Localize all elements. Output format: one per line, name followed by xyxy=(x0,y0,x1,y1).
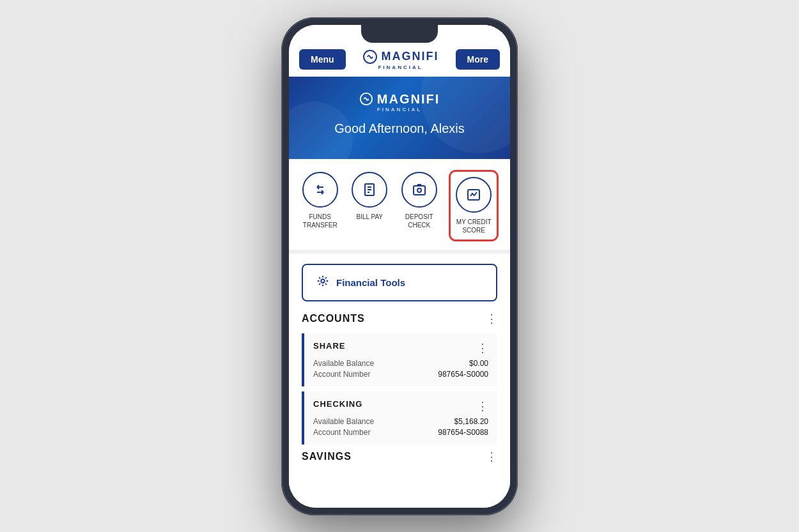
hero-logo-icon xyxy=(359,92,373,106)
savings-header: SAVINGS ⋮ xyxy=(302,450,497,464)
share-account-dots[interactable]: ⋮ xyxy=(477,341,488,355)
checking-account-dots[interactable]: ⋮ xyxy=(477,399,488,413)
accounts-menu-dots[interactable]: ⋮ xyxy=(486,312,497,326)
accounts-title: ACCOUNTS xyxy=(302,313,365,324)
checking-number-value: 987654-S0088 xyxy=(438,428,488,437)
account-card-share[interactable]: SHARE ⋮ Available Balance $0.00 Account … xyxy=(302,333,497,386)
menu-button[interactable]: Menu xyxy=(299,49,346,70)
share-balance-row: Available Balance $0.00 xyxy=(313,359,488,368)
checking-account-type: CHECKING xyxy=(313,399,362,409)
deposit-check-icon xyxy=(401,172,437,208)
more-button[interactable]: More xyxy=(456,49,500,70)
financial-tools-icon xyxy=(316,274,330,291)
share-number-row: Account Number 987654-S0000 xyxy=(313,370,488,379)
credit-score-label: MY CREDITSCORE xyxy=(456,218,492,234)
action-my-credit-score[interactable]: MY CREDITSCORE xyxy=(451,172,497,239)
scroll-content[interactable]: Financial Tools ACCOUNTS ⋮ SHARE ⋮ Av xyxy=(289,254,510,508)
funds-transfer-icon xyxy=(302,172,338,208)
phone-notch xyxy=(361,25,438,43)
checking-balance-value: $5,168.20 xyxy=(454,417,488,426)
action-deposit-check[interactable]: DEPOSITCHECK xyxy=(401,172,437,239)
checking-balance-row: Available Balance $5,168.20 xyxy=(313,417,488,426)
share-number-label: Account Number xyxy=(313,370,370,379)
phone-screen: Menu MAGNIFI FINANCIAL More xyxy=(289,25,510,508)
accounts-section: ACCOUNTS ⋮ SHARE ⋮ Available Balance $0.… xyxy=(289,312,510,445)
logo-icon xyxy=(362,49,378,65)
accounts-header: ACCOUNTS ⋮ xyxy=(302,312,497,326)
svg-rect-6 xyxy=(414,186,425,195)
credit-score-icon xyxy=(456,177,492,213)
share-number-value: 987654-S0000 xyxy=(438,370,488,379)
svg-point-7 xyxy=(417,188,421,192)
checking-number-label: Account Number xyxy=(313,428,370,437)
share-card-header: SHARE ⋮ xyxy=(313,341,488,355)
savings-section: SAVINGS ⋮ xyxy=(289,450,510,464)
bill-pay-label: BILL PAY xyxy=(356,213,383,221)
logo-sub: FINANCIAL xyxy=(378,65,423,70)
checking-card-header: CHECKING ⋮ xyxy=(313,399,488,413)
share-account-type: SHARE xyxy=(313,341,346,351)
checking-balance-label: Available Balance xyxy=(313,417,374,426)
account-card-checking[interactable]: CHECKING ⋮ Available Balance $5,168.20 A… xyxy=(302,391,497,445)
deposit-check-label: DEPOSITCHECK xyxy=(405,213,433,229)
logo-text: MAGNIFI xyxy=(382,50,439,63)
logo-area: MAGNIFI FINANCIAL xyxy=(362,49,439,70)
hero-banner: MAGNIFI FINANCIAL Good Afternoon, Alexis xyxy=(289,77,510,159)
share-balance-label: Available Balance xyxy=(313,359,374,368)
phone-frame: Menu MAGNIFI FINANCIAL More xyxy=(281,17,518,515)
quick-actions: FUNDSTRANSFER BILL PAY xyxy=(289,159,510,254)
checking-number-row: Account Number 987654-S0088 xyxy=(313,428,488,437)
financial-tools-label: Financial Tools xyxy=(336,277,405,288)
savings-title: SAVINGS xyxy=(302,451,352,462)
share-balance-value: $0.00 xyxy=(469,359,488,368)
checking-account-rows: Available Balance $5,168.20 Account Numb… xyxy=(313,417,488,437)
action-funds-transfer[interactable]: FUNDSTRANSFER xyxy=(302,172,338,239)
bill-pay-icon xyxy=(352,172,387,208)
share-account-rows: Available Balance $0.00 Account Number 9… xyxy=(313,359,488,379)
hero-logo-sub: FINANCIAL xyxy=(377,107,422,112)
action-bill-pay[interactable]: BILL PAY xyxy=(352,172,387,239)
savings-menu-dots[interactable]: ⋮ xyxy=(486,450,497,464)
funds-transfer-label: FUNDSTRANSFER xyxy=(303,213,337,229)
financial-tools-button[interactable]: Financial Tools xyxy=(302,264,497,301)
svg-point-9 xyxy=(321,279,325,283)
